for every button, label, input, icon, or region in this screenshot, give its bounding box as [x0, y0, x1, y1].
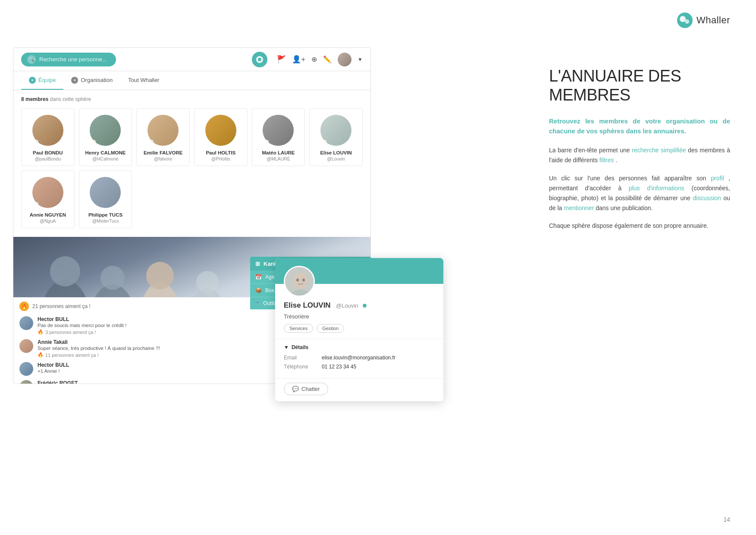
feed-text-hector-1: Pas de soucis mais merci pour le crédit …: [38, 323, 126, 328]
feed-content-frederic: Frédéric ROGET: [38, 380, 78, 384]
right-title: L'ANNUAIRE DES MEMBRES: [549, 67, 730, 104]
app-header: 🔍 Recherche une personne... 🚩 👤+ ⊕ ✏️ ▼: [13, 48, 370, 71]
member-card-annie[interactable]: Annie NGUYEN @NguA: [21, 170, 75, 228]
member-handle-henry: @HCalmone: [92, 156, 118, 161]
search-bar[interactable]: 🔍 Recherche une personne...: [21, 53, 116, 66]
member-avatar-annie: [32, 177, 63, 208]
member-card-elise[interactable]: Elise LOUVIN @Louvin: [309, 108, 363, 166]
organisation-tab-icon: ●: [71, 77, 78, 84]
tab-equipe[interactable]: ● Équipe: [21, 72, 63, 90]
search-placeholder-text: Recherche une personne...: [39, 56, 107, 63]
member-avatar-paul-bondu: [32, 115, 63, 146]
member-handle-mateo: @MLAURE: [267, 156, 290, 161]
member-name-annie: Annie NGUYEN: [30, 212, 66, 217]
feed-name-hector-2: Hector BULL: [38, 362, 69, 368]
right-body-2: Un clic sur l'une des personnes fait app…: [549, 173, 730, 213]
tab-equipe-label: Équipe: [38, 77, 56, 83]
tools-icon: 🔧: [255, 300, 262, 306]
equipe-tab-icon: ●: [29, 77, 36, 84]
add-contact-icon[interactable]: 👤+: [292, 55, 305, 64]
member-handle-paul-holtis: @PHoltis: [211, 156, 230, 161]
status-dot-annie: [34, 202, 38, 206]
phone-label: Téléphone: [284, 364, 315, 370]
search-icon: 🔍: [27, 55, 36, 64]
members-grid-row1: Paul BONDU @paulBondu Henry CALMONE @HCa…: [21, 108, 363, 166]
member-name-philippe: Philippe TUCS: [88, 212, 122, 217]
member-avatar-elise: [320, 115, 351, 146]
flag-icon[interactable]: 🚩: [277, 55, 286, 64]
feed-likes-annie-takali: 🔥 11 personnes aiment ça !: [38, 352, 160, 358]
member-empty-2: [194, 170, 248, 228]
member-handle-elise: @Louvin: [327, 156, 345, 161]
svg-point-14: [294, 273, 307, 289]
member-name-emilie: Emilie FALVORE: [144, 150, 183, 155]
box-icon: 📦: [255, 287, 262, 293]
tab-organisation[interactable]: ● Organisation: [63, 72, 120, 90]
member-card-paul-bondu[interactable]: Paul BONDU @paulBondu: [21, 108, 75, 166]
feed-avatar-frederic: [19, 380, 33, 384]
members-count: 8 membres dans cette sphère: [21, 96, 363, 102]
member-avatar-emilie: [147, 115, 179, 146]
detail-row-phone: Téléphone 01 12 23 34 45: [284, 364, 435, 370]
svg-point-16: [296, 279, 299, 282]
profile-handle: @Louvin: [336, 302, 358, 309]
likes-count-text: 21 personnes aiment ça !: [32, 303, 91, 309]
svg-point-1: [680, 16, 686, 22]
member-card-mateo[interactable]: Matéo LAURE @MLAURE: [252, 108, 305, 166]
details-toggle[interactable]: ▼ Détails: [284, 344, 435, 350]
svg-point-4: [258, 58, 261, 61]
body2-link-plus: plus d'informations: [629, 185, 684, 192]
member-card-henry-calmone[interactable]: Henry CALMONE @HCalmone: [79, 108, 132, 166]
feed-content-hector-2: Hector BULL +1 Annie !: [38, 362, 69, 374]
profile-popup-header: [275, 258, 443, 284]
profile-tag-gestion[interactable]: Gestion: [317, 324, 344, 333]
logo-text: Whaller: [696, 15, 730, 26]
tab-tout-whaller[interactable]: Tout Whaller: [120, 72, 167, 89]
user-avatar[interactable]: [338, 53, 351, 66]
body2-link-discussion: dis­cussion: [693, 195, 721, 201]
members-count-number: 8 membres: [21, 96, 48, 102]
member-empty-4: [309, 170, 363, 228]
member-name-paul-bondu: Paul BONDU: [33, 150, 63, 155]
profile-popup: Elise LOUVIN @Louvin Trésorière Services…: [275, 258, 443, 401]
body2-link-profil: profil: [711, 175, 724, 182]
feed-name-annie-takali: Annie Takali: [38, 339, 160, 345]
member-name-paul-holtis: Paul HOLTIS: [206, 150, 235, 155]
chat-button[interactable]: 💬 Chatter: [284, 383, 328, 395]
details-toggle-label: Détails: [292, 344, 308, 350]
header-icons: 🚩 👤+ ⊕ ✏️ ▼: [277, 53, 363, 66]
member-card-paul-holtis[interactable]: Paul HOLTIS @PHoltis: [194, 108, 248, 166]
profile-role: Trésorière: [284, 313, 435, 320]
profile-details-section: ▼ Détails Email elise.louvin@monorganisa…: [275, 339, 443, 378]
tab-nav: ● Équipe ● Organisation Tout Whaller: [13, 71, 370, 90]
feed-likes-hector-1: 🔥 3 personnes aiment ça !: [38, 329, 126, 335]
feed-text-annie-takali: Super séance, très productive ! À quand …: [38, 346, 160, 351]
member-card-philippe[interactable]: Philippe TUCS @MisterTucs: [79, 170, 132, 228]
members-count-suffix: dans cette sphère: [48, 96, 91, 102]
member-card-emilie[interactable]: Emilie FALVORE @falvore: [136, 108, 190, 166]
body2-link-mentionner: mentionner: [564, 205, 594, 211]
profile-tags: Services Gestion: [284, 324, 435, 333]
member-empty-3: [252, 170, 305, 228]
member-avatar-mateo: [263, 115, 294, 146]
member-empty-1: [136, 170, 190, 228]
tab-organisation-label: Organisation: [81, 77, 113, 83]
create-icon[interactable]: ✏️: [323, 55, 332, 63]
add-sphere-icon[interactable]: ⊕: [311, 55, 317, 63]
tab-tout-whaller-label: Tout Whaller: [128, 77, 159, 83]
profile-avatar: [284, 266, 315, 297]
member-avatar-paul-holtis: [205, 115, 236, 146]
email-label: Email: [284, 355, 315, 361]
user-dropdown-icon[interactable]: ▼: [358, 57, 363, 63]
member-handle-annie: @NguA: [40, 218, 56, 223]
elise-avatar-svg: [285, 267, 315, 297]
body1-link-filtres: filtres: [599, 157, 614, 164]
nav-sphere-icon: [252, 52, 267, 67]
svg-point-6: [50, 256, 80, 286]
feed-name-hector-1: Hector BULL: [38, 316, 126, 322]
profile-tag-services[interactable]: Services: [284, 324, 313, 333]
member-avatar-henry: [90, 115, 121, 146]
feed-content-hector-1: Hector BULL Pas de soucis mais merci pou…: [38, 316, 126, 335]
body2-pre: Un clic sur l'une des personnes fait app…: [549, 175, 711, 182]
logo-area: Whaller: [677, 12, 730, 28]
